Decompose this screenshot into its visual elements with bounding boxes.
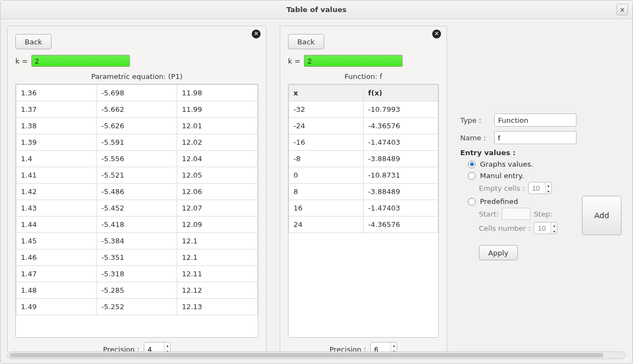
table-row[interactable]: -16-1.47403 — [289, 134, 438, 151]
table-row[interactable]: 1.41-5.52112.05 — [16, 167, 258, 184]
table-cell[interactable]: -5.351 — [97, 249, 177, 266]
table-cell[interactable]: -8 — [289, 151, 364, 167]
table-row[interactable]: -8-3.88489 — [289, 151, 438, 167]
table-cell[interactable]: 12.02 — [177, 134, 258, 151]
table-cell[interactable]: -16 — [289, 134, 364, 151]
table-row[interactable]: 1.4-5.55612.04 — [16, 151, 258, 167]
apply-button[interactable]: Apply — [479, 245, 518, 260]
precision-input[interactable] — [144, 343, 164, 351]
table-cell[interactable]: 12.04 — [177, 151, 258, 167]
k-input[interactable] — [31, 55, 130, 67]
table-cell[interactable]: -5.418 — [97, 217, 177, 233]
horizontal-scrollbar[interactable] — [7, 351, 626, 359]
table-row[interactable]: 0-10.8731 — [289, 167, 438, 184]
table-cell[interactable]: 8 — [289, 184, 364, 200]
precision-spinner[interactable]: ▴▾ — [144, 342, 171, 351]
table-cell[interactable]: 12.1 — [177, 249, 258, 266]
panel-close-button[interactable]: ✕ — [432, 30, 441, 38]
table-cell[interactable]: -5.556 — [97, 151, 177, 167]
table-cell[interactable]: 1.4 — [16, 151, 97, 167]
table-cell[interactable]: -5.591 — [97, 134, 177, 151]
spinner-arrows[interactable]: ▴▾ — [164, 343, 170, 351]
table-cell[interactable]: 1.45 — [16, 233, 97, 249]
table-row[interactable]: 1.42-5.48612.06 — [16, 184, 258, 200]
radio-predefined[interactable]: Predefined — [468, 197, 577, 206]
empty-cells-spinner[interactable]: ▴▾ — [528, 182, 552, 194]
precision-spinner[interactable]: ▴▾ — [370, 342, 397, 351]
type-select[interactable]: Function — [494, 113, 577, 127]
table-cell[interactable]: -5.384 — [97, 233, 177, 249]
table-cell[interactable]: 12.11 — [177, 266, 258, 282]
spinner-arrows[interactable]: ▴▾ — [391, 343, 397, 351]
table-cell[interactable]: -5.626 — [97, 118, 177, 134]
table-cell[interactable]: 0 — [289, 167, 364, 184]
panel-close-button[interactable]: ✕ — [252, 30, 261, 38]
table-cell[interactable]: -3.88489 — [364, 151, 438, 167]
table-cell[interactable]: 12.07 — [177, 200, 258, 217]
table-row[interactable]: 16-1.47403 — [289, 200, 438, 217]
table-cell[interactable]: 1.41 — [16, 167, 97, 184]
table-row[interactable]: 1.39-5.59112.02 — [16, 134, 258, 151]
table-row[interactable]: 24-4.36576 — [289, 217, 438, 233]
table-cell[interactable]: 1.47 — [16, 266, 97, 282]
table-cell[interactable]: -5.486 — [97, 184, 177, 200]
back-button[interactable]: Back — [15, 34, 52, 49]
add-button[interactable]: Add — [582, 196, 621, 235]
function-table-scroll[interactable]: xf(x) -32-10.7993-24-4.36576-16-1.47403-… — [288, 84, 439, 338]
table-cell[interactable]: -32 — [289, 101, 364, 118]
table-cell[interactable]: 1.42 — [16, 184, 97, 200]
table-cell[interactable]: -10.7993 — [364, 101, 438, 118]
table-row[interactable]: 1.45-5.38412.1 — [16, 233, 258, 249]
table-cell[interactable]: 1.46 — [16, 249, 97, 266]
precision-input[interactable] — [371, 343, 391, 351]
table-cell[interactable]: 1.48 — [16, 282, 97, 299]
table-cell[interactable]: 1.37 — [16, 101, 97, 118]
chevron-down-icon[interactable]: ▾ — [546, 189, 551, 195]
table-cell[interactable]: 16 — [289, 200, 364, 217]
empty-cells-input[interactable] — [529, 183, 545, 194]
table-cell[interactable]: 1.44 — [16, 217, 97, 233]
cells-number-spinner[interactable]: ▴▾ — [534, 222, 557, 234]
table-cell[interactable]: -4.36576 — [364, 217, 438, 233]
table-row[interactable]: 8-3.88489 — [289, 184, 438, 200]
spinner-arrows[interactable]: ▴▾ — [551, 223, 557, 234]
name-input[interactable] — [494, 131, 577, 144]
table-cell[interactable]: 11.99 — [177, 101, 258, 118]
back-button[interactable]: Back — [288, 34, 324, 49]
table-cell[interactable]: -5.662 — [97, 101, 177, 118]
start-input[interactable] — [502, 208, 530, 220]
table-cell[interactable]: 11.98 — [177, 85, 258, 101]
chevron-down-icon[interactable]: ▾ — [551, 229, 557, 235]
table-cell[interactable]: -10.8731 — [364, 167, 438, 184]
table-cell[interactable]: 12.13 — [177, 299, 258, 315]
table-cell[interactable]: -5.698 — [97, 85, 177, 101]
table-row[interactable]: 1.36-5.69811.98 — [16, 85, 258, 101]
window-close-button[interactable]: × — [617, 4, 628, 15]
table-cell[interactable]: -4.36576 — [364, 118, 438, 134]
table-cell[interactable]: 1.36 — [16, 85, 97, 101]
chevron-up-icon[interactable]: ▴ — [391, 343, 397, 349]
parametric-table-scroll[interactable]: 1.36-5.69811.981.37-5.66211.991.38-5.626… — [15, 84, 258, 338]
table-cell[interactable]: 24 — [289, 217, 364, 233]
table-cell[interactable]: 12.09 — [177, 217, 258, 233]
chevron-up-icon[interactable]: ▴ — [546, 183, 551, 189]
chevron-up-icon[interactable]: ▴ — [551, 223, 557, 229]
table-cell[interactable]: 12.05 — [177, 167, 258, 184]
table-cell[interactable]: -1.47403 — [364, 200, 438, 217]
table-cell[interactable]: -5.318 — [97, 266, 177, 282]
table-cell[interactable]: -5.452 — [97, 200, 177, 217]
table-cell[interactable]: -5.252 — [97, 299, 177, 315]
radio-graphs-values[interactable]: Graphs values. — [468, 160, 577, 168]
table-cell[interactable]: 1.43 — [16, 200, 97, 217]
table-row[interactable]: 1.48-5.28512.12 — [16, 282, 258, 299]
cells-number-input[interactable] — [534, 223, 551, 234]
table-cell[interactable]: 1.39 — [16, 134, 97, 151]
radio-manual-entry[interactable]: Manul entry. — [468, 172, 577, 180]
table-row[interactable]: 1.43-5.45212.07 — [16, 200, 258, 217]
table-row[interactable]: 1.37-5.66211.99 — [16, 101, 258, 118]
table-cell[interactable]: -5.285 — [97, 282, 177, 299]
table-cell[interactable]: -1.47403 — [364, 134, 438, 151]
table-cell[interactable]: 1.38 — [16, 118, 97, 134]
table-row[interactable]: 1.46-5.35112.1 — [16, 249, 258, 266]
table-cell[interactable]: -24 — [289, 118, 364, 134]
